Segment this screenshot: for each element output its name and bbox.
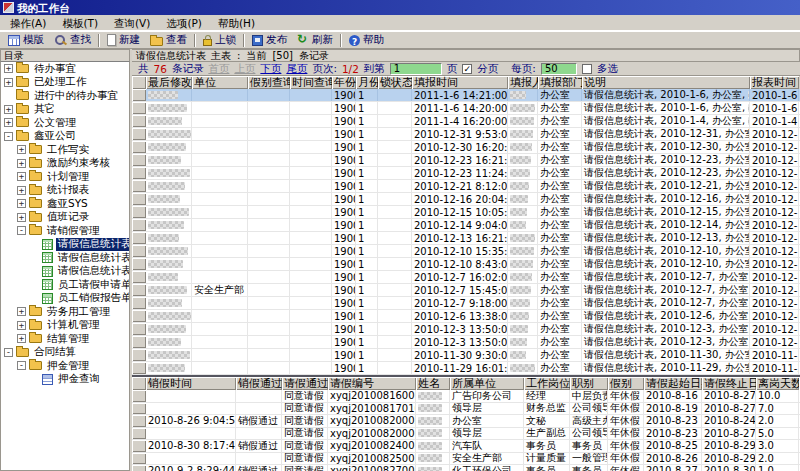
column-header[interactable]: 月份 — [356, 76, 378, 89]
table-row[interactable]: 190012010-12-6 13:38:00办公室请假信息统计表, 2010-… — [132, 310, 800, 323]
toolbar-button-7[interactable]: 帮助 — [344, 32, 389, 48]
menu-item-3[interactable]: 选项(P) — [158, 16, 210, 30]
tree-item[interactable]: +计划管理 — [1, 170, 129, 184]
expand-icon[interactable]: + — [17, 213, 26, 222]
table-row[interactable]: 安全生产部190012010-12-7 15:45:00办公室请假信息统计表, … — [132, 284, 800, 297]
toolbar-button-4[interactable]: 上锁 — [198, 32, 241, 48]
row-selector[interactable] — [132, 102, 146, 114]
toolbar-button-3[interactable]: 查看 — [145, 32, 192, 48]
tree-item[interactable]: +鑫亚SYS — [1, 197, 129, 211]
collapse-icon[interactable]: - — [17, 361, 26, 370]
per-page-input[interactable]: 50 — [541, 63, 577, 75]
tree-item[interactable]: +已处理工作 — [1, 76, 129, 90]
table-row[interactable]: 190012011-1-4 16:20:00办公室请假信息统计表, 2010-1… — [132, 115, 800, 128]
toolbar-button-2[interactable]: 新建 — [102, 32, 145, 48]
tree-item[interactable]: -鑫亚公司 — [1, 130, 129, 144]
multi-select-checkbox[interactable] — [582, 64, 592, 74]
table-row[interactable]: 190012010-12-3 13:50:00办公室请假信息统计表, 2010-… — [132, 323, 800, 336]
tree-item[interactable]: -合同结算 — [1, 346, 129, 360]
toolbar-button-1[interactable]: 查找 — [49, 32, 96, 48]
column-header[interactable]: 所属单位 — [450, 377, 524, 390]
tree-item[interactable]: 请假信息统计表_个人 — [1, 265, 129, 279]
column-header[interactable]: 请假终止日期 — [702, 377, 756, 390]
expand-icon[interactable]: + — [17, 145, 26, 154]
tree-item[interactable]: +待办事宜 — [1, 62, 129, 76]
collapse-icon[interactable]: - — [4, 348, 13, 357]
table-row[interactable]: 190012010-12-31 9:53:00办公室请假信息统计表, 2010-… — [132, 128, 800, 141]
row-selector[interactable] — [132, 245, 146, 257]
column-header[interactable]: 假别 — [608, 377, 644, 390]
row-selector[interactable] — [132, 415, 146, 427]
row-selector[interactable] — [132, 258, 146, 270]
tree-item[interactable]: 进行中的待办事宜 — [1, 89, 129, 103]
toolbar-button-6[interactable]: 刷新 — [292, 32, 338, 48]
column-header[interactable]: 最后修改 — [146, 76, 192, 89]
table-row[interactable]: 190012010-12-14 9:04:00办公室请假信息统计表, 2010-… — [132, 219, 800, 232]
column-header[interactable]: 填报时间 — [412, 76, 508, 89]
row-selector[interactable] — [132, 297, 146, 309]
table-row[interactable]: 190012010-12-13 16:21:00办公室请假信息统计表, 2010… — [132, 232, 800, 245]
expand-icon[interactable]: + — [17, 172, 26, 181]
table-row[interactable]: 190012010-12-10 15:35:00办公室请假信息统计表, 2010… — [132, 245, 800, 258]
expand-icon[interactable]: + — [17, 307, 26, 316]
row-selector[interactable] — [132, 167, 146, 179]
row-selector[interactable] — [132, 453, 146, 465]
tree-item[interactable]: 员工销假报告单 — [1, 292, 129, 306]
row-selector[interactable] — [132, 154, 146, 166]
table-row[interactable]: 190012010-12-3 13:50:00办公室请假信息统计表, 2010-… — [132, 336, 800, 349]
column-header[interactable]: 填报人 — [508, 76, 538, 89]
expand-icon[interactable]: + — [17, 334, 26, 343]
table-row[interactable]: 同意请假xyqj20100816001广告印务公司经理中层负责人年休假2010-… — [132, 390, 800, 403]
expand-icon[interactable]: + — [4, 118, 13, 127]
menu-item-0[interactable]: 操作(A) — [2, 16, 54, 30]
table-row[interactable]: 190012011-1-6 14:21:00办公室请假信息统计表, 2010-1… — [132, 89, 800, 102]
tree-item[interactable]: +工作写实 — [1, 143, 129, 157]
row-selector[interactable] — [132, 232, 146, 244]
column-header[interactable]: 时间查询 — [290, 76, 332, 89]
menu-item-4[interactable]: 帮助(H) — [210, 16, 263, 30]
column-header[interactable]: 职别 — [570, 377, 608, 390]
expand-icon[interactable]: + — [17, 159, 26, 168]
table-row[interactable]: 190012010-11-30 9:30:00办公室请假信息统计表, 2010-… — [132, 349, 800, 362]
menu-item-1[interactable]: 模板(T) — [54, 16, 106, 30]
row-selector[interactable] — [132, 323, 146, 335]
table-row[interactable]: 190012011-1-6 14:20:00办公室请假信息统计表, 2010-1… — [132, 102, 800, 115]
table-row[interactable]: 2010-8-26 9:04:55销假通过同意请假xyqj20100820002… — [132, 415, 800, 428]
column-header[interactable]: 报表时间 — [750, 76, 799, 89]
table-row[interactable]: 2010-9-2 8:29:44销假通过同意请假xyqj20100827001化… — [132, 465, 800, 471]
goto-page-input[interactable]: 1 — [390, 63, 442, 75]
row-selector[interactable] — [132, 390, 146, 402]
column-header[interactable]: 填报部门 — [538, 76, 582, 89]
row-selector-header[interactable] — [132, 377, 146, 390]
collapse-icon[interactable]: - — [4, 132, 13, 141]
row-selector[interactable] — [132, 219, 146, 231]
row-selector[interactable] — [132, 440, 146, 452]
pager-first-link[interactable]: 首页 — [208, 62, 229, 76]
column-header[interactable]: 假别查询 — [248, 76, 290, 89]
column-header[interactable]: 年份 — [332, 76, 356, 89]
pager-prev-link[interactable]: 上页 — [234, 62, 255, 76]
expand-icon[interactable]: + — [4, 105, 13, 114]
expand-icon[interactable]: + — [17, 199, 26, 208]
table-row[interactable]: 190012010-12-7 16:02:00办公室请假信息统计表, 2010-… — [132, 271, 800, 284]
tree-item[interactable]: +劳务用工管理 — [1, 305, 129, 319]
column-header[interactable]: 销假时间 — [146, 377, 236, 390]
tree-item[interactable]: 员工请假申请单 — [1, 278, 129, 292]
table-row[interactable]: 190012010-12-10 8:43:00办公室请假信息统计表, 2010-… — [132, 258, 800, 271]
pager-last-link[interactable]: 尾页 — [286, 62, 307, 76]
table-row[interactable]: 同意请假xyqj20100817010领导层财务总监公司领导年休假2010-8-… — [132, 403, 800, 416]
tree-item[interactable]: 请假信息统计表_单位 — [1, 251, 129, 265]
table-row[interactable]: 190012010-12-15 10:05:00办公室请假信息统计表, 2010… — [132, 206, 800, 219]
row-selector[interactable] — [132, 271, 146, 283]
table-row[interactable]: 190012010-12-16 20:04:00办公室请假信息统计表, 2010… — [132, 193, 800, 206]
column-header[interactable]: 请假通过 — [282, 377, 328, 390]
tree-item[interactable]: +结算管理 — [1, 332, 129, 346]
row-selector[interactable] — [132, 349, 146, 361]
column-header[interactable]: 离岗天数 — [756, 377, 799, 390]
row-selector[interactable] — [132, 336, 146, 348]
column-header[interactable]: 工作岗位 — [524, 377, 570, 390]
toolbar-button-0[interactable]: 模版 — [3, 32, 49, 48]
table-row[interactable]: 190012010-11-29 16:01:00办公室请假信息统计表, 2010… — [132, 362, 800, 375]
row-selector[interactable] — [132, 362, 146, 374]
column-header[interactable]: 请假起始日期 — [644, 377, 702, 390]
